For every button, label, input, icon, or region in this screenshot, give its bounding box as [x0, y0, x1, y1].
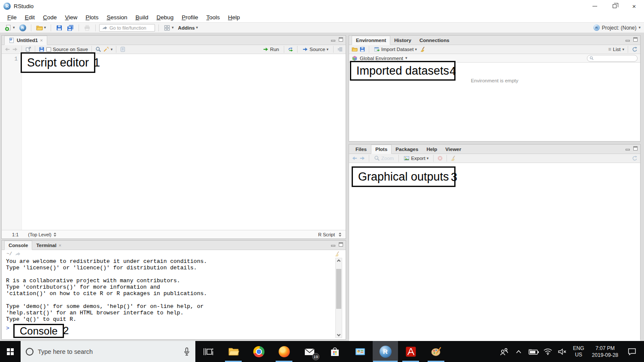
people-icon[interactable]	[498, 343, 510, 360]
tray-expand-chevron-icon[interactable]	[512, 343, 525, 360]
maximize-pane-icon[interactable]	[633, 37, 638, 42]
microphone-icon[interactable]	[183, 347, 190, 356]
action-center-icon[interactable]	[623, 343, 641, 360]
language-indicator[interactable]: ENG US	[571, 345, 587, 358]
task-view-button[interactable]	[195, 341, 221, 362]
tab-untitled1[interactable]: Untitled1 ×	[4, 36, 47, 45]
save-all-button[interactable]	[66, 24, 75, 32]
scroll-down-icon[interactable]	[336, 332, 342, 338]
remove-plot-icon[interactable]	[437, 155, 443, 161]
source-button[interactable]: Source ▾	[301, 45, 330, 53]
console-output[interactable]: You are welcome to redistribute it under…	[2, 257, 346, 323]
goto-directory-icon[interactable]	[15, 251, 21, 257]
tab-terminal[interactable]: Terminal ×	[32, 241, 66, 250]
firefox-button[interactable]	[271, 341, 297, 362]
previous-plot-icon[interactable]	[352, 155, 358, 161]
taskbar-search[interactable]	[21, 341, 195, 362]
clock[interactable]: 7:07 PM 2019-09-28	[589, 345, 622, 359]
source-on-save-checkbox[interactable]	[46, 47, 51, 52]
tab-connections[interactable]: Connections	[416, 36, 454, 45]
grid-dropdown-icon[interactable]: ▾	[172, 26, 174, 30]
forward-icon[interactable]	[12, 46, 18, 52]
open-file-button[interactable]: ▾	[35, 24, 48, 32]
goto-file-input[interactable]	[109, 25, 152, 30]
global-environment-dropdown-icon[interactable]: ▾	[405, 56, 407, 60]
tab-console[interactable]: Console	[4, 241, 32, 250]
restore-button[interactable]	[605, 0, 624, 12]
clear-plots-icon[interactable]	[450, 155, 456, 161]
store-button[interactable]	[322, 341, 347, 362]
load-workspace-icon[interactable]	[352, 46, 358, 52]
chrome-button[interactable]	[246, 341, 271, 362]
menu-edit[interactable]: Edit	[21, 13, 39, 22]
scope-label[interactable]: (Top Level)	[28, 232, 51, 237]
scroll-up-icon[interactable]	[336, 258, 342, 264]
addins-grid-button[interactable]: ▾	[162, 24, 175, 32]
refresh-plots-icon[interactable]	[632, 155, 638, 161]
tab-help[interactable]: Help	[422, 145, 441, 154]
rerun-icon[interactable]	[288, 46, 294, 52]
minimize-pane-icon[interactable]	[626, 40, 630, 42]
code-tools-icon[interactable]	[103, 46, 109, 52]
editor-surface[interactable]	[22, 54, 346, 230]
export-dropdown-icon[interactable]: ▾	[427, 157, 429, 160]
minimize-pane-icon[interactable]	[331, 40, 335, 42]
wifi-icon[interactable]	[541, 343, 554, 360]
goto-file-search[interactable]	[99, 24, 155, 32]
open-in-window-icon[interactable]	[25, 46, 31, 52]
document-outline-icon[interactable]	[337, 46, 343, 52]
maximize-pane-icon[interactable]	[339, 242, 343, 247]
tab-environment[interactable]: Environment	[352, 36, 390, 45]
code-editor[interactable]: 1	[2, 54, 346, 230]
import-dataset-dropdown-icon[interactable]: ▾	[415, 48, 417, 51]
environment-search-input[interactable]	[595, 56, 635, 61]
menu-view[interactable]: View	[61, 13, 82, 22]
close-button[interactable]: ×	[624, 0, 644, 12]
clear-console-icon[interactable]	[334, 251, 340, 257]
menu-build[interactable]: Build	[131, 13, 152, 22]
source-dropdown-icon[interactable]: ▾	[326, 48, 328, 51]
tab-files[interactable]: Files	[352, 145, 371, 154]
clear-environment-icon[interactable]	[420, 46, 426, 52]
open-file-dropdown-icon[interactable]: ▾	[44, 26, 46, 30]
export-plot-button[interactable]: Export ▾	[402, 154, 430, 162]
global-environment-label[interactable]: Global Environment	[360, 56, 403, 61]
maximize-pane-icon[interactable]	[339, 37, 343, 42]
new-file-button[interactable]: ▾	[3, 24, 16, 32]
system-monitor-button[interactable]	[347, 341, 373, 362]
tab-viewer[interactable]: Viewer	[441, 145, 465, 154]
minimize-pane-icon[interactable]	[626, 149, 630, 151]
menu-profile[interactable]: Profile	[178, 13, 202, 22]
code-tools-dropdown-icon[interactable]: ▾	[111, 48, 113, 51]
menu-debug[interactable]: Debug	[152, 13, 178, 22]
start-button[interactable]	[0, 341, 21, 362]
save-workspace-icon[interactable]	[359, 46, 365, 52]
battery-icon[interactable]	[527, 343, 540, 360]
print-button[interactable]	[82, 24, 92, 32]
save-button[interactable]	[55, 24, 64, 32]
tab-close-icon[interactable]: ×	[40, 38, 43, 43]
back-icon[interactable]	[4, 46, 10, 52]
menu-file[interactable]: File	[3, 13, 21, 22]
find-replace-icon[interactable]	[95, 46, 101, 52]
rstudio-taskbar-button[interactable]: R	[373, 341, 398, 362]
file-explorer-button[interactable]	[221, 341, 246, 362]
menu-help[interactable]: Help	[224, 13, 244, 22]
new-file-dropdown-icon[interactable]: ▾	[13, 26, 15, 30]
tab-packages[interactable]: Packages	[392, 145, 422, 154]
file-type-label[interactable]: R Script	[318, 232, 335, 237]
file-type-stepper-icon[interactable]	[339, 232, 341, 237]
save-source-icon[interactable]	[39, 46, 45, 52]
project-selector[interactable]: R Project: (None) ▾	[593, 24, 641, 31]
tab-history[interactable]: History	[390, 36, 416, 45]
environment-search-box[interactable]	[587, 55, 638, 62]
addins-button[interactable]: Addins ▾	[177, 24, 200, 31]
import-dataset-button[interactable]: Import Dataset ▾	[373, 45, 418, 53]
next-plot-icon[interactable]	[359, 155, 365, 161]
acrobat-button[interactable]	[398, 341, 423, 362]
minimize-pane-icon[interactable]	[331, 245, 335, 247]
tab-terminal-close-icon[interactable]: ×	[58, 243, 61, 248]
maximize-pane-icon[interactable]	[633, 146, 638, 151]
mail-button[interactable]: 19	[297, 341, 322, 362]
tab-plots[interactable]: Plots	[371, 145, 392, 154]
